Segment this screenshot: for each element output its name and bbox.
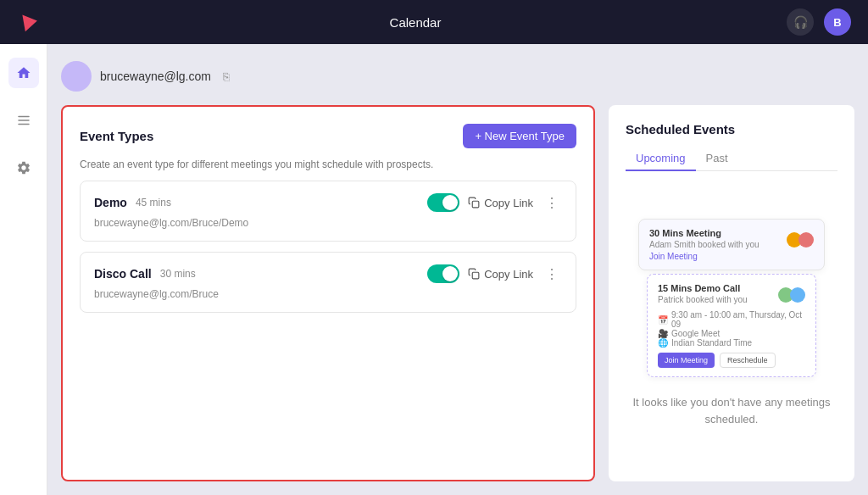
event-actions-demo: Copy Link ⋮: [427, 193, 562, 212]
join-meeting-button[interactable]: Join Meeting: [658, 353, 715, 368]
copy-email-icon[interactable]: ⎘: [223, 70, 230, 83]
svg-rect-2: [18, 120, 30, 121]
event-card-disco-header: Disco Call 30 mins Copy Link: [94, 264, 562, 283]
meeting-card-inner-sub: Patrick booked with you: [658, 295, 748, 304]
navbar-avatar[interactable]: B: [824, 8, 851, 36]
event-duration-disco: 30 mins: [160, 268, 196, 280]
svg-rect-4: [472, 201, 479, 208]
join-meeting-link-outer[interactable]: Join Meeting: [649, 252, 698, 261]
main-layout: brucewayne@lg.com ⎘ Event Types + New Ev…: [0, 44, 868, 495]
more-options-demo[interactable]: ⋮: [542, 195, 562, 211]
copy-link-label-demo: Copy Link: [484, 197, 533, 209]
left-panel: Event Types + New Event Type Create an e…: [61, 105, 595, 481]
event-url-demo: brucewayne@lg.com/Bruce/Demo: [94, 217, 562, 229]
event-actions-disco: Copy Link ⋮: [427, 264, 562, 283]
meeting-card-outer: 30 Mins Meeting Adam Smith booked with y…: [638, 219, 825, 270]
svg-rect-5: [472, 272, 479, 279]
tab-upcoming[interactable]: Upcoming: [626, 147, 696, 171]
navbar-actions: 🎧 B: [787, 8, 851, 36]
meeting-card-inner-actions: Join Meeting Reschedule: [658, 353, 805, 368]
meeting-card-outer-row: 30 Mins Meeting Adam Smith booked with y…: [649, 228, 814, 252]
navbar: Calendar 🎧 B: [0, 0, 868, 44]
meeting-card-inner-detail1: 📅 9:30 am - 10:00 am, Thursday, Oct 09: [658, 310, 805, 329]
user-avatar: [61, 61, 92, 92]
scheduled-events-title: Scheduled Events: [626, 122, 837, 136]
reschedule-button[interactable]: Reschedule: [720, 353, 776, 368]
panel-header: Event Types + New Event Type: [80, 124, 576, 148]
tab-past[interactable]: Past: [696, 147, 738, 171]
navbar-logo: [17, 8, 44, 36]
svg-marker-0: [22, 13, 38, 31]
sidebar: [0, 44, 47, 495]
meeting-card-outer-join: Join Meeting: [649, 252, 814, 261]
copy-link-button-disco[interactable]: Copy Link: [468, 268, 533, 281]
meeting-card-inner-detail2: 🎥 Google Meet: [658, 329, 805, 338]
new-event-button[interactable]: + New Event Type: [463, 124, 576, 148]
user-header: brucewayne@lg.com ⎘: [61, 58, 854, 95]
right-panel: Scheduled Events Upcoming Past 30 Mins M…: [609, 105, 854, 481]
panel-title: Event Types: [80, 129, 153, 143]
event-card-demo: Demo 45 mins Copy Link: [80, 181, 576, 242]
copy-link-label-disco: Copy Link: [484, 268, 533, 281]
event-url-disco: brucewayne@lg.com/Bruce: [94, 288, 562, 300]
event-name-row: Demo 45 mins: [94, 196, 171, 209]
more-options-disco[interactable]: ⋮: [542, 266, 562, 282]
user-email: brucewayne@lg.com: [100, 70, 211, 83]
meeting-card-outer-title: 30 Mins Meeting: [649, 228, 760, 238]
panel-subtitle: Create an event type for different meeti…: [80, 159, 576, 170]
scheduled-illustration: 30 Mins Meeting Adam Smith booked with y…: [626, 181, 837, 464]
two-column-layout: Event Types + New Event Type Create an e…: [61, 105, 854, 481]
meeting-card-inner: 15 Mins Demo Call Patrick booked with yo…: [647, 274, 816, 377]
event-card-demo-header: Demo 45 mins Copy Link: [94, 193, 562, 212]
svg-rect-1: [18, 116, 30, 118]
tabs-row: Upcoming Past: [626, 147, 837, 171]
event-toggle-disco[interactable]: [427, 264, 459, 283]
no-meetings-text: It looks like you don't have any meeting…: [626, 394, 837, 427]
svg-rect-3: [18, 124, 30, 125]
meeting-card-inner-header: 15 Mins Demo Call Patrick booked with yo…: [658, 283, 805, 307]
meeting-card-inner-title: 15 Mins Demo Call: [658, 283, 748, 293]
sidebar-item-home[interactable]: [8, 58, 39, 88]
event-duration-demo: 45 mins: [136, 197, 171, 209]
sidebar-item-menu[interactable]: [8, 105, 39, 136]
event-name-disco: Disco Call: [94, 267, 152, 281]
content-area: brucewayne@lg.com ⎘ Event Types + New Ev…: [47, 44, 868, 495]
event-toggle-demo[interactable]: [427, 193, 459, 212]
sidebar-item-settings[interactable]: [8, 153, 39, 183]
meeting-card-inner-detail3: 🌐 Indian Standard Time: [658, 338, 805, 348]
headphone-icon[interactable]: 🎧: [787, 8, 814, 36]
event-name-row-disco: Disco Call 30 mins: [94, 267, 196, 281]
navbar-title: Calendar: [44, 15, 787, 30]
copy-link-button-demo[interactable]: Copy Link: [468, 197, 533, 209]
event-name-demo: Demo: [94, 196, 127, 209]
event-card-disco: Disco Call 30 mins Copy Link: [80, 252, 576, 313]
meeting-card-outer-sub: Adam Smith booked with you: [649, 240, 760, 249]
